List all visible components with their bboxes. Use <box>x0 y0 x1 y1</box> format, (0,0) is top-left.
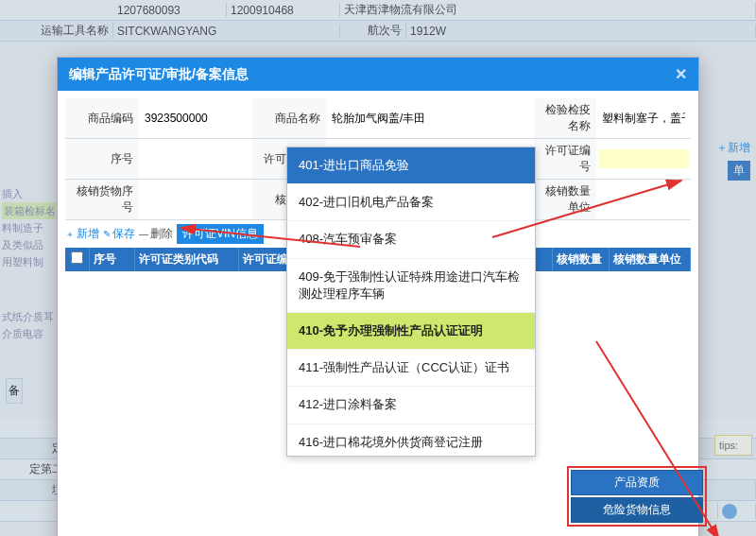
label-mat-unit: 核销数量单位 <box>534 180 596 219</box>
inspection-name-input[interactable] <box>598 109 689 128</box>
delete-button[interactable]: — 删除 <box>139 226 173 242</box>
product-qualification-button[interactable]: 产品资质 <box>571 470 703 495</box>
close-icon[interactable]: ✕ <box>675 65 687 83</box>
risk-goods-info-button[interactable]: 危险货物信息 <box>571 497 703 523</box>
dropdown-item[interactable]: 412-进口涂料备案 <box>287 387 535 424</box>
label-seq: 序号 <box>65 139 139 179</box>
seq-input[interactable] <box>141 149 250 168</box>
dropdown-item[interactable]: 410-免予办理强制性产品认证证明 <box>287 313 535 350</box>
label-license-no: 许可证编号 <box>534 139 596 179</box>
product-code-input[interactable] <box>141 109 250 128</box>
license-no-input[interactable] <box>598 149 689 168</box>
dropdown-item[interactable]: 402-进口旧机电产品备案 <box>287 184 535 221</box>
mat-unit-input[interactable] <box>598 190 689 209</box>
label-mat-seq: 核销货物序号 <box>65 180 139 219</box>
col-unit: 核销数量单位 <box>610 248 691 271</box>
dropdown-item[interactable]: 411-强制性产品认证（CCC认证）证书 <box>287 350 535 387</box>
select-all-checkbox[interactable] <box>71 251 83 264</box>
edit-license-modal: 编辑产品许可证/审批/备案信息 ✕ 商品编码 商品名称 检验检疫名称 序号 许可… <box>57 57 699 536</box>
col-seq: 序号 <box>90 248 135 271</box>
product-name-input[interactable] <box>328 109 532 128</box>
license-type-dropdown[interactable]: 401-进出口商品免验402-进口旧机电产品备案408-汽车预审备案409-免于… <box>286 147 536 457</box>
mat-seq-input[interactable] <box>141 190 250 209</box>
dropdown-item[interactable]: 408-汽车预审备案 <box>287 221 535 258</box>
label-product-name: 商品名称 <box>252 98 326 138</box>
product-qualification-box: 产品资质 危险货物信息 <box>567 466 707 527</box>
col-code: 许可证类别代码 <box>135 248 239 271</box>
col-qty: 核销数量 <box>553 248 610 271</box>
save-button[interactable]: ✎ 保存 <box>103 226 135 242</box>
dropdown-item[interactable]: 416-进口棉花境外供货商登记注册 <box>287 424 535 457</box>
dropdown-item[interactable]: 401-进出口商品免验 <box>287 147 535 184</box>
label-inspection-name: 检验检疫名称 <box>534 98 596 138</box>
dropdown-item[interactable]: 409-免于强制性认证特殊用途进口汽车检测处理程序车辆 <box>287 259 535 313</box>
minus-icon: — <box>139 229 148 239</box>
vin-info-button[interactable]: 许可证VIN信息 <box>177 224 264 244</box>
add-button[interactable]: ＋ 新增 <box>65 226 99 242</box>
plus-icon: ＋ <box>65 228 75 241</box>
modal-header: 编辑产品许可证/审批/备案信息 ✕ <box>58 58 698 91</box>
label-product-code: 商品编码 <box>65 98 139 138</box>
modal-title: 编辑产品许可证/审批/备案信息 <box>69 66 249 83</box>
edit-icon: ✎ <box>103 229 111 239</box>
